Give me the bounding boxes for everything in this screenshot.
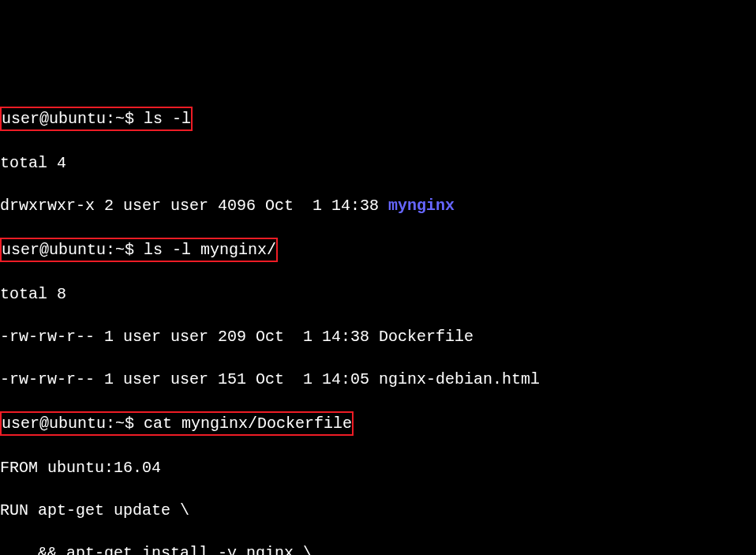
terminal-output: user@ubuntu:~$ ls -l total 4 drwxrwxr-x … <box>0 85 756 555</box>
highlighted-command-3: user@ubuntu:~$ cat mynginx/Dockerfile <box>0 411 354 436</box>
output-line: total 8 <box>0 283 756 305</box>
output-line: FROM ubuntu:16.04 <box>0 457 756 478</box>
command-line-3: user@ubuntu:~$ cat mynginx/Dockerfile <box>0 411 756 436</box>
file-perms: drwxrwxr-x 2 user user 4096 Oct 1 14:38 <box>0 197 388 215</box>
highlighted-command-1: user@ubuntu:~$ ls -l <box>0 107 193 131</box>
output-line: -rw-rw-r-- 1 user user 151 Oct 1 14:05 n… <box>0 369 756 390</box>
output-line: drwxrwxr-x 2 user user 4096 Oct 1 14:38 … <box>0 195 756 216</box>
command-line-1: user@ubuntu:~$ ls -l <box>0 107 756 131</box>
command-line-2: user@ubuntu:~$ ls -l mynginx/ <box>0 238 756 262</box>
output-line: total 4 <box>0 152 756 174</box>
highlighted-command-2: user@ubuntu:~$ ls -l mynginx/ <box>0 238 278 262</box>
directory-name: mynginx <box>388 197 455 215</box>
output-line: RUN apt-get update \ <box>0 500 756 521</box>
output-line: -rw-rw-r-- 1 user user 209 Oct 1 14:38 D… <box>0 326 756 347</box>
output-line: && apt-get install -y nginx \ <box>0 542 756 555</box>
